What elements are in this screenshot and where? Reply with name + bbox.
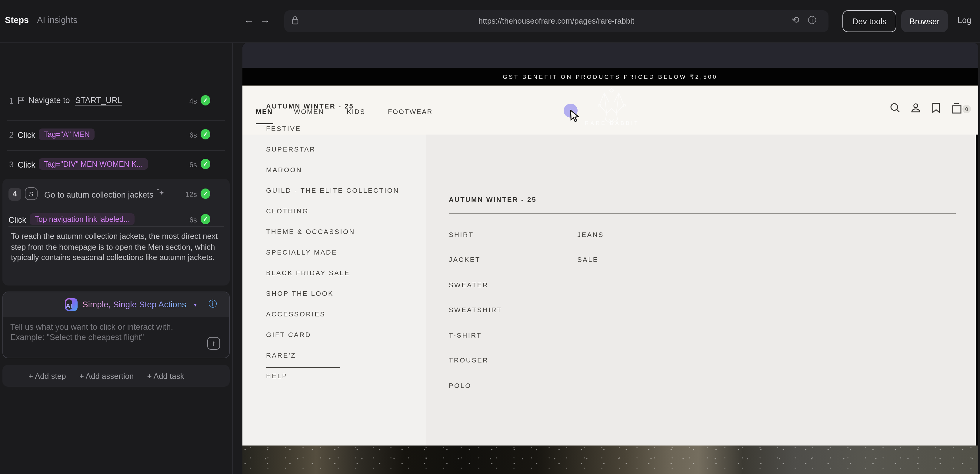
step-success-icon: ✓ <box>200 189 210 199</box>
panel-link[interactable]: POLO <box>449 373 502 398</box>
selector-badge[interactable]: Tag="DIV" MEN WOMEN K... <box>39 158 148 170</box>
rare-rabbit-logo-text: RARE RABBIT <box>570 120 655 126</box>
svg-text:R: R <box>623 103 626 108</box>
ai-info-icon[interactable]: ⓘ <box>208 299 217 310</box>
add-actions-row: + Add step+ Add assertion+ Add task <box>29 365 184 387</box>
page-top-band <box>242 43 978 68</box>
chevron-down-icon[interactable]: ▾ <box>194 302 197 308</box>
menu-item-autumn-winter[interactable]: AUTUMN WINTER - 25 <box>266 102 354 110</box>
category-menu-item[interactable]: SHOP THE LOOK <box>266 283 399 304</box>
nav-footwear[interactable]: FOOTWEAR <box>388 108 433 115</box>
promo-banner: GST BENEFIT ON PRODUCTS PRICED BELOW ₹2,… <box>242 68 978 85</box>
panel-link[interactable]: JEANS <box>577 222 604 247</box>
panel-column-2: JEANSSALE <box>577 222 604 272</box>
step-action: ClickTag="DIV" MEN WOMEN K... <box>18 159 148 171</box>
category-menu-item[interactable]: SUPERSTAR <box>266 139 399 159</box>
ai-panel-header[interactable]: AI Simple, Single Step Actions ▾ ⓘ <box>3 292 229 317</box>
browser-viewport: GST BENEFIT ON PRODUCTS PRICED BELOW ₹2,… <box>242 43 978 474</box>
active-step-card[interactable]: 4 S Go to autum collection jackets✦✦ 12s… <box>2 179 230 285</box>
start-url-link[interactable]: START_URL <box>75 96 122 105</box>
panel-link[interactable]: SWEATER <box>449 272 502 297</box>
step-success-icon: ✓ <box>200 95 210 105</box>
selector-badge[interactable]: Top navigation link labeled... <box>30 213 135 225</box>
step-explanation-text: To reach the autumn collection jackets, … <box>11 231 222 263</box>
automation-app: Steps AI insights ← → https://thehouseof… <box>0 0 980 474</box>
hero-photo-strip <box>242 445 978 474</box>
step-success-icon: ✓ <box>200 129 210 139</box>
step-row-3[interactable]: 3 ClickTag="DIV" MEN WOMEN K... 6s ✓ <box>0 155 232 175</box>
ai-action-panel: AI Simple, Single Step Actions ▾ ⓘ ↑ <box>2 291 230 358</box>
page-info-icon[interactable]: ⓘ <box>808 15 816 26</box>
category-menu-item[interactable]: CLOTHING <box>266 200 399 221</box>
menu-item-rarez[interactable]: RARE'Z <box>266 345 340 366</box>
svg-text:R: R <box>598 103 601 108</box>
menu-item-help[interactable]: HELP <box>266 366 288 386</box>
url-text[interactable]: https://thehouseofrare.com/pages/rare-ra… <box>284 16 829 25</box>
screenshot-stage: Steps AI insights ← → https://thehouseof… <box>0 0 980 474</box>
cart-icon[interactable] <box>951 102 963 114</box>
smart-step-icon: S <box>25 187 38 200</box>
panel-link[interactable]: T-SHIRT <box>449 323 502 348</box>
add-actions-bar: + Add step+ Add assertion+ Add task <box>2 365 230 387</box>
step-duration: 12s <box>185 190 197 199</box>
ai-badge-icon: AI <box>65 298 78 311</box>
panel-link[interactable]: SALE <box>577 247 604 272</box>
submit-arrow-button[interactable]: ↑ <box>207 337 220 350</box>
refresh-icon[interactable]: ⟲ <box>792 14 799 25</box>
category-menu-item[interactable]: THEME & OCCASSION <box>266 221 399 242</box>
step-duration: 6s <box>189 131 197 139</box>
step-row-5[interactable]: ClickTop navigation link labeled... 6s ✓ <box>2 210 230 230</box>
step-action: ClickTag="A" MEN <box>18 130 95 141</box>
ai-mode-title[interactable]: Simple, Single Step Actions <box>83 299 186 309</box>
search-icon[interactable] <box>890 102 900 113</box>
wishlist-bookmark-icon[interactable] <box>932 102 940 113</box>
divider <box>7 150 225 151</box>
step-success-icon: ✓ <box>200 214 210 224</box>
category-menu-item[interactable]: GUILD - THE ELITE COLLECTION <box>266 180 399 200</box>
category-menu-list: FESTIVESUPERSTARMAROONGUILD - THE ELITE … <box>266 118 399 345</box>
dev-tools-button[interactable]: Dev tools <box>842 10 896 32</box>
step-duration: 6s <box>189 161 197 169</box>
url-bar[interactable]: https://thehouseofrare.com/pages/rare-ra… <box>284 10 829 32</box>
category-menu-item[interactable]: MAROON <box>266 159 399 180</box>
browser-back-icon[interactable]: ← <box>243 14 254 26</box>
category-menu-item[interactable]: ACCESSORIES <box>266 304 399 324</box>
step-number: 2 <box>9 130 14 139</box>
browser-forward-icon[interactable]: → <box>260 14 270 26</box>
category-menu-item[interactable]: SPECIALLY MADE <box>266 242 399 262</box>
browser-tab-button[interactable]: Browser <box>901 10 948 32</box>
panel-divider <box>449 213 955 214</box>
top-bar: Steps AI insights ← → https://thehouseof… <box>0 0 980 43</box>
selector-badge[interactable]: Tag="A" MEN <box>39 129 95 140</box>
steps-sidebar: 1 Navigate to START_URL 4s ✓ 2 ClickTag=… <box>0 43 233 474</box>
add-action-button[interactable]: + Add assertion <box>80 371 134 380</box>
add-action-button[interactable]: + Add task <box>147 371 184 380</box>
step-row-1[interactable]: 1 Navigate to START_URL 4s ✓ <box>0 92 232 111</box>
ai-instruction-input[interactable] <box>9 321 193 357</box>
step-action: ClickTop navigation link labeled... <box>8 215 135 226</box>
panel-link[interactable]: JACKET <box>449 247 502 272</box>
menu-content-panel: AUTUMN WINTER - 25 SHIRTJACKETSWEATERSWE… <box>426 134 976 445</box>
log-tab-button[interactable]: Log <box>958 16 971 25</box>
panel-link[interactable]: SWEATSHIRT <box>449 297 502 323</box>
tab-steps[interactable]: Steps <box>5 15 29 25</box>
panel-link[interactable]: SHIRT <box>449 222 502 247</box>
step-row-2[interactable]: 2 ClickTag="A" MEN 6s ✓ <box>0 126 232 145</box>
step-duration: 4s <box>189 97 197 105</box>
panel-link[interactable]: TROUSER <box>449 348 502 373</box>
step-number: 1 <box>9 96 14 105</box>
step-success-icon: ✓ <box>200 159 210 169</box>
add-action-button[interactable]: + Add step <box>29 371 66 380</box>
sparkles-icon: ✦✦ <box>156 189 166 197</box>
account-icon[interactable] <box>910 102 921 113</box>
category-menu-item[interactable]: BLACK FRIDAY SALE <box>266 262 399 283</box>
mouse-cursor-icon <box>570 110 580 122</box>
cart-count-badge: 0 <box>963 105 971 113</box>
step-number-badge: 4 <box>8 188 21 200</box>
category-menu-item[interactable]: GIFT CARD <box>266 324 399 345</box>
category-menu-item[interactable]: FESTIVE <box>266 118 399 139</box>
step-label: Go to autum collection jackets✦✦ <box>44 189 166 199</box>
tab-ai-insights[interactable]: AI insights <box>37 15 78 25</box>
step-label: Navigate to <box>29 96 70 105</box>
step-row-4[interactable]: 4 S Go to autum collection jackets✦✦ 12s… <box>2 185 230 204</box>
